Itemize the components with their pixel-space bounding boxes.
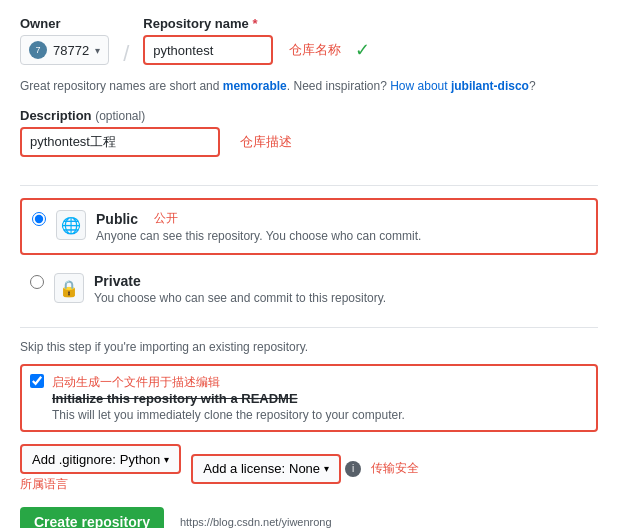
- private-title: Private: [94, 273, 386, 289]
- public-title: Public: [96, 211, 138, 227]
- private-option[interactable]: 🔒 Private You choose who can see and com…: [20, 263, 598, 315]
- init-checkbox[interactable]: [30, 374, 44, 388]
- private-radio[interactable]: [30, 275, 44, 289]
- skip-text: Skip this step if you're importing an ex…: [20, 340, 598, 354]
- init-annotation: 启动生成一个文件用于描述编辑: [52, 374, 405, 391]
- gitignore-caret-icon: ▾: [164, 454, 169, 465]
- public-radio[interactable]: [32, 212, 46, 226]
- owner-label: Owner: [20, 16, 109, 31]
- divider-1: [20, 185, 598, 186]
- public-description: Anyone can see this repository. You choo…: [96, 229, 421, 243]
- license-label: Add a license:: [203, 461, 285, 476]
- description-label: Description (optional): [20, 108, 598, 123]
- gitignore-value: Python: [120, 452, 160, 467]
- create-repository-button[interactable]: Create repository: [20, 507, 164, 528]
- gitignore-dropdown[interactable]: Add .gitignore: Python ▾: [20, 444, 181, 474]
- license-caret-icon: ▾: [324, 463, 329, 474]
- check-icon: ✓: [355, 39, 370, 61]
- public-annotation: 公开: [154, 210, 178, 227]
- divider-2: [20, 327, 598, 328]
- repo-name-annotation: 仓库名称: [289, 41, 341, 59]
- init-sublabel: This will let you immediately clone the …: [52, 408, 405, 422]
- description-input[interactable]: [20, 127, 220, 157]
- footer-link: https://blog.csdn.net/yiwenrong: [180, 516, 332, 528]
- how-about-link[interactable]: How about: [390, 79, 451, 93]
- init-readme-row: 启动生成一个文件用于描述编辑 Initialize this repositor…: [20, 364, 598, 432]
- public-option[interactable]: 🌐 Public 公开 Anyone can see this reposito…: [20, 198, 598, 255]
- license-dropdown[interactable]: Add a license: None ▾: [191, 454, 341, 484]
- info-icon[interactable]: i: [345, 461, 361, 477]
- repo-name-input[interactable]: [143, 35, 273, 65]
- memorable-text: memorable: [223, 79, 287, 93]
- owner-dropdown[interactable]: 7 78772 ▾: [20, 35, 109, 65]
- gitignore-annotation: 所属语言: [20, 476, 68, 493]
- owner-name: 78772: [53, 43, 89, 58]
- public-icon: 🌐: [56, 210, 86, 240]
- required-marker: *: [252, 16, 257, 31]
- optional-label: (optional): [95, 109, 145, 123]
- private-icon: 🔒: [54, 273, 84, 303]
- init-label: Initialize this repository with a README: [52, 391, 405, 406]
- repo-name-label: Repository name *: [143, 16, 370, 31]
- footer-row: Create repository https://blog.csdn.net/…: [20, 507, 598, 528]
- description-annotation: 仓库描述: [240, 133, 292, 151]
- bottom-options-row: Add .gitignore: Python ▾ 所属语言 Add a lice…: [20, 444, 598, 493]
- private-description: You choose who can see and commit to thi…: [94, 291, 386, 305]
- slash-divider: /: [117, 43, 135, 65]
- license-value: None: [289, 461, 320, 476]
- gitignore-label: Add .gitignore:: [32, 452, 116, 467]
- license-annotation: 传输安全: [371, 460, 419, 477]
- suggestion-text: jubilant-disco: [451, 79, 529, 93]
- owner-avatar: 7: [29, 41, 47, 59]
- owner-caret-icon: ▾: [95, 45, 100, 56]
- hint-line: Great repository names are short and mem…: [20, 77, 598, 96]
